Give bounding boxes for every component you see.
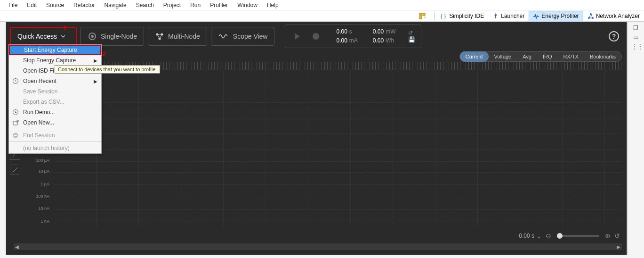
- stat-time-value: 0.00: [336, 28, 347, 35]
- menu-separator: [9, 141, 101, 142]
- tab-current[interactable]: Current: [460, 51, 489, 62]
- dots-icon[interactable]: ⋮⋮: [632, 43, 640, 50]
- menu-item-label: (no launch history): [23, 145, 70, 151]
- mode-label: Single-Node: [101, 33, 137, 40]
- menu-window[interactable]: Window: [233, 2, 262, 8]
- quick-access-menu: Start Energy Capture Stop Energy Capture…: [8, 44, 102, 154]
- svg-point-13: [313, 33, 319, 40]
- svg-point-9: [91, 35, 94, 38]
- end-icon: [12, 132, 19, 139]
- stat-current-unit: mA: [349, 37, 358, 44]
- scroll-left-button[interactable]: ◀: [14, 243, 20, 250]
- menu-end-session[interactable]: End Session: [9, 130, 101, 141]
- menu-open-recent[interactable]: Open Recent▶: [9, 76, 101, 86]
- play-button[interactable]: [291, 30, 303, 42]
- tab-rxtx[interactable]: RX/TX: [558, 51, 584, 62]
- reset-zoom-button[interactable]: ↺: [614, 232, 620, 240]
- perspective-bar: + { } Simplicity IDE Launcher Energy Pro…: [0, 10, 644, 22]
- perspective-launcher[interactable]: Launcher: [488, 11, 529, 21]
- multi-node-button[interactable]: Multi-Node: [148, 27, 207, 46]
- reset-icon[interactable]: ↺: [408, 30, 415, 36]
- quick-access-label: Quick Access: [17, 33, 57, 40]
- perspective-energy-profiler[interactable]: Energy Profiler: [529, 11, 583, 21]
- open-new-icon: [12, 119, 19, 126]
- clock-icon: [12, 77, 19, 85]
- rocket-icon: [492, 13, 499, 19]
- minimize-icon[interactable]: ▭: [632, 34, 640, 41]
- zoom-slider[interactable]: [557, 235, 599, 237]
- svg-rect-2: [419, 17, 422, 19]
- zoom-in-button[interactable]: ⊕: [605, 232, 611, 240]
- menu-item-label: Run Demo...: [23, 109, 55, 116]
- quick-access-button[interactable]: Quick Access: [10, 27, 77, 46]
- menu-run[interactable]: Run: [185, 2, 205, 8]
- ytick: 10 nA: [38, 206, 49, 211]
- svg-text:{ }: { }: [441, 13, 446, 19]
- perspective-label: Launcher: [501, 13, 524, 19]
- menu-save-session[interactable]: Save Session: [9, 86, 101, 97]
- horizontal-scrollbar[interactable]: ◀ ▶: [14, 243, 622, 250]
- stat-time: 0.00s 0.00mA: [336, 27, 357, 45]
- submenu-arrow-icon: ▶: [94, 58, 97, 63]
- stats-icons: ↺ 💾: [408, 30, 415, 43]
- play-icon: [293, 32, 301, 41]
- current-chart: Current 100 µA 10 µA 1 µA 100 nA 10 nA 1…: [14, 71, 622, 226]
- right-toolbar: ❐ ▭ ⋮⋮: [627, 22, 644, 255]
- menu-profiler[interactable]: Profiler: [205, 2, 233, 8]
- menu-navigate[interactable]: Navigate: [99, 2, 131, 8]
- play-circle-icon: [12, 108, 19, 116]
- perspective-icon: +: [419, 12, 426, 20]
- menu-run-demo[interactable]: Run Demo...: [9, 107, 101, 117]
- restore-icon[interactable]: ❐: [632, 25, 640, 31]
- save-icon[interactable]: 💾: [408, 36, 415, 43]
- chevron-down-icon[interactable]: ⌄: [536, 232, 542, 240]
- chart-mode-tabs: Current Voltage Avg IRQ RX/TX Bookmarks: [459, 51, 622, 62]
- scroll-right-button[interactable]: ▶: [615, 243, 622, 250]
- tab-bookmarks[interactable]: Bookmarks: [584, 51, 621, 62]
- tab-avg[interactable]: Avg: [517, 51, 537, 62]
- perspective-label: Energy Profiler: [541, 13, 579, 19]
- menu-bar: File Edit Source Refactor Navigate Searc…: [0, 0, 644, 10]
- chart-grid: [54, 71, 622, 226]
- menu-export-csv[interactable]: Export as CSV...: [9, 97, 101, 107]
- stat-energy-value: 0.00: [373, 37, 384, 44]
- menu-start-energy-capture[interactable]: Start Energy Capture: [9, 45, 101, 55]
- menu-open-new[interactable]: Open New...: [9, 117, 101, 128]
- single-node-button[interactable]: Single-Node: [80, 27, 144, 46]
- scope-icon: [218, 32, 229, 41]
- svg-rect-18: [14, 135, 17, 136]
- multi-node-icon: [155, 32, 164, 41]
- tab-irq[interactable]: IRQ: [537, 51, 558, 62]
- ytick: 10 µA: [38, 169, 49, 174]
- mode-label: Scope View: [233, 33, 268, 40]
- menu-refactor[interactable]: Refactor: [69, 2, 99, 8]
- stat-power-value: 0.00: [373, 28, 384, 35]
- help-button[interactable]: ?: [609, 31, 619, 42]
- stat-power: 0.00mW 0.00Wh: [373, 27, 396, 45]
- menu-no-launch-history: (no launch history): [9, 143, 101, 153]
- perspective-simplicity-ide[interactable]: { } Simplicity IDE: [436, 11, 488, 21]
- menu-item-label: End Session: [23, 132, 55, 139]
- perspective-label: Network Analyzer: [596, 13, 640, 19]
- svg-text:+: +: [424, 15, 426, 20]
- svg-rect-0: [419, 13, 422, 16]
- zoom-out-button[interactable]: ⊖: [546, 232, 551, 240]
- menu-project[interactable]: Project: [159, 2, 185, 8]
- menu-source[interactable]: Source: [41, 2, 69, 8]
- scope-view-button[interactable]: Scope View: [211, 27, 275, 46]
- menu-stop-energy-capture[interactable]: Stop Energy Capture▶: [9, 55, 101, 66]
- perspective-label: Simplicity IDE: [449, 13, 484, 19]
- menu-search[interactable]: Search: [131, 2, 159, 8]
- tooltip: Connect to devices that you want to prof…: [55, 65, 160, 74]
- menu-help[interactable]: Help: [262, 2, 283, 8]
- network-icon: [588, 13, 594, 19]
- single-node-icon: [88, 32, 97, 41]
- record-button[interactable]: [310, 30, 322, 42]
- open-perspective-button[interactable]: +: [414, 11, 432, 21]
- braces-icon: { }: [441, 13, 447, 19]
- tab-voltage[interactable]: Voltage: [489, 51, 517, 62]
- menu-file[interactable]: File: [4, 2, 22, 8]
- zoom-thumb[interactable]: [557, 233, 563, 239]
- perspective-network-analyzer[interactable]: Network Analyzer: [583, 11, 644, 21]
- menu-edit[interactable]: Edit: [22, 2, 41, 8]
